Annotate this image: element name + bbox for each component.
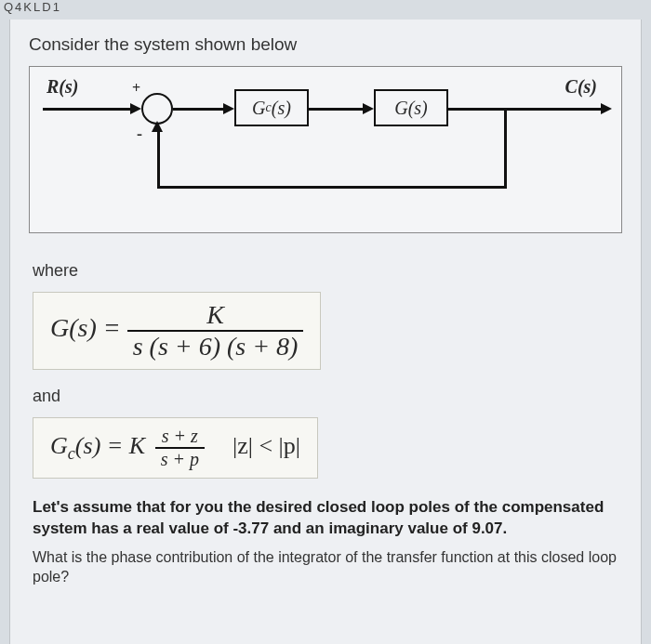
sum-minus: -	[137, 125, 142, 144]
block-diagram: R(s) C(s) + - Gc(s) G(s)	[29, 66, 622, 233]
eq2-lhs-sub: c	[68, 444, 75, 463]
eq2-numerator: s + z	[155, 426, 205, 447]
sum-plus: +	[132, 80, 140, 97]
eq2-lhs-pre: G	[50, 432, 68, 459]
eq2-condition: |z| < |p|	[214, 432, 300, 459]
summing-junction	[141, 93, 173, 125]
eq1-denominator: s (s + 6) (s + 8)	[127, 330, 304, 361]
eq1-numerator: K	[127, 300, 304, 330]
where-label: where	[33, 261, 622, 281]
page-content: Consider the system shown below R(s) C(s…	[9, 20, 642, 644]
block1-pre: G	[252, 98, 265, 119]
question-text: What is the phase contribution of the in…	[33, 547, 618, 587]
block2-label: G(s)	[394, 98, 428, 119]
input-label: R(s)	[46, 76, 78, 98]
plant-block: G(s)	[374, 89, 448, 126]
intro-text: Consider the system shown below	[29, 34, 622, 55]
and-label: and	[33, 387, 622, 406]
eq2-lhs-post: (s) = K	[75, 432, 145, 459]
equation-g: G(s) = K s (s + 6) (s + 8)	[33, 292, 321, 370]
assumption-text: Let's assume that for you the desired cl…	[33, 497, 618, 540]
question-id: Q4KLD1	[0, 0, 651, 14]
output-label: C(s)	[565, 76, 597, 98]
equation-gc: Gc(s) = K s + z s + p |z| < |p|	[33, 417, 318, 479]
block1-post: (s)	[272, 98, 291, 119]
compensator-block: Gc(s)	[234, 89, 309, 126]
eq2-denominator: s + p	[155, 447, 205, 470]
eq1-lhs: G(s) =	[50, 313, 127, 342]
